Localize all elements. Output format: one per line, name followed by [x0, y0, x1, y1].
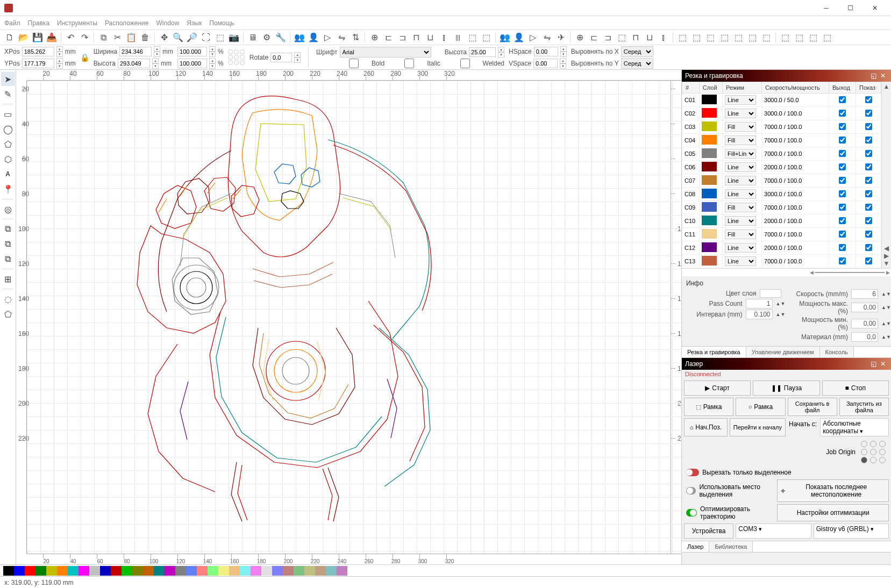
palette-swatch[interactable]	[315, 566, 326, 576]
dist4-icon[interactable]: ⬚	[718, 31, 731, 44]
import-icon[interactable]: 📥	[45, 31, 58, 44]
frame2-button[interactable]: ○ Рамка	[736, 398, 785, 416]
dist3-icon[interactable]: ⬚	[704, 31, 717, 44]
font-select[interactable]: Arial	[340, 47, 431, 58]
paste-icon[interactable]: 📋	[125, 31, 138, 44]
undo-icon[interactable]: ↶	[64, 31, 77, 44]
xpos-input[interactable]	[22, 47, 54, 56]
palette-swatch[interactable]	[57, 566, 68, 576]
menu-язык[interactable]: Язык	[187, 19, 202, 27]
palette-swatch[interactable]	[14, 566, 25, 576]
tools-icon[interactable]: 🔧	[274, 31, 287, 44]
show-checkbox[interactable]	[865, 217, 872, 224]
dist5-icon[interactable]: ⬚	[732, 31, 745, 44]
flip2-icon[interactable]: ▷	[526, 31, 539, 44]
home-button[interactable]: ⌂ Нач.Поз.	[684, 418, 728, 436]
dist2-icon[interactable]: ⬚	[690, 31, 703, 44]
output-checkbox[interactable]	[839, 244, 846, 251]
layer-scrollbar[interactable]: ▲◀▶▼	[881, 82, 891, 268]
laser-undock-icon[interactable]: ◱	[868, 360, 878, 368]
pin-tool-icon[interactable]: 📍	[1, 182, 15, 196]
open-icon[interactable]: 📂	[17, 31, 30, 44]
layer-row[interactable]: C10Line2000.0 / 100.0	[682, 214, 881, 228]
zoom-out-icon[interactable]: 🔎	[186, 31, 198, 44]
palette-swatch[interactable]	[197, 566, 208, 576]
panel-close-icon[interactable]: ✕	[878, 72, 888, 80]
layer-row[interactable]: C03Fill7000.0 / 100.0	[682, 120, 881, 134]
save-icon[interactable]: 💾	[31, 31, 44, 44]
pause-button[interactable]: ❚❚ Пауза	[753, 381, 819, 396]
settings-icon[interactable]: ⚙	[260, 31, 273, 44]
mode-select[interactable]: Fill	[725, 135, 756, 145]
canvas[interactable]	[27, 81, 681, 554]
show-last-button[interactable]: ✛ Показать последнее местоположение	[777, 479, 889, 502]
pct1-input[interactable]	[177, 47, 207, 56]
anchor-grid[interactable]	[228, 49, 245, 65]
show-checkbox[interactable]	[865, 96, 872, 103]
port-select[interactable]: COM3 ▾	[736, 524, 811, 539]
menu-window[interactable]: Window	[156, 19, 179, 27]
hspace-input[interactable]	[534, 47, 558, 56]
output-checkbox[interactable]	[839, 204, 846, 211]
palette-swatch[interactable]	[304, 566, 315, 576]
welded-checkbox[interactable]	[449, 59, 481, 68]
bold-checkbox[interactable]	[338, 59, 370, 68]
output-checkbox[interactable]	[839, 177, 846, 184]
align5-icon[interactable]: ⬚	[615, 31, 628, 44]
height-input[interactable]	[118, 59, 150, 68]
design-artwork[interactable]	[70, 86, 479, 527]
ungroup2-icon[interactable]: 👤	[512, 31, 525, 44]
mode-select[interactable]: Line	[725, 162, 756, 172]
material-input[interactable]: 0,0	[851, 332, 878, 342]
palette-swatch[interactable]	[229, 566, 240, 576]
mode-select[interactable]: Fill	[725, 230, 756, 239]
redo-icon[interactable]: ↷	[78, 31, 91, 44]
align8-icon[interactable]: ⫿	[657, 31, 670, 44]
show-checkbox[interactable]	[865, 231, 872, 238]
edit-nodes-icon[interactable]: ⬡	[1, 152, 15, 166]
align-center-icon[interactable]: ⊕	[368, 31, 381, 44]
palette-swatch[interactable]	[251, 566, 261, 576]
dock3-icon[interactable]: ⬚	[807, 31, 819, 44]
panel-undock-icon[interactable]: ◱	[868, 72, 878, 80]
start-from-select[interactable]: Абсолютные координаты ▾	[820, 418, 889, 436]
palette-swatch[interactable]	[122, 566, 132, 576]
lock-icon[interactable]: 🔒	[80, 53, 89, 62]
align-right-icon[interactable]: ⊐	[396, 31, 409, 44]
offset-tool-icon[interactable]: ◎	[1, 202, 15, 216]
dist1-icon[interactable]: ⬚	[676, 31, 689, 44]
show-checkbox[interactable]	[865, 244, 872, 251]
pen-tool-icon[interactable]: ✎	[1, 87, 15, 101]
palette-swatch[interactable]	[218, 566, 229, 576]
layer-color-swatch[interactable]	[760, 289, 781, 298]
palette-swatch[interactable]	[326, 566, 337, 576]
palette-swatch[interactable]	[186, 566, 197, 576]
mode-select[interactable]: Fill	[725, 203, 756, 212]
layer-row[interactable]: C01Line3000.0 / 50.0	[682, 94, 881, 107]
ypos-input[interactable]	[22, 59, 54, 68]
menu-помощь[interactable]: Помощь	[209, 19, 234, 27]
zoom-fit-icon[interactable]: ⛶	[199, 31, 212, 44]
mode-select[interactable]: Line	[725, 243, 756, 253]
show-checkbox[interactable]	[865, 204, 872, 211]
output-checkbox[interactable]	[839, 110, 846, 117]
palette-swatch[interactable]	[79, 566, 89, 576]
pan-icon[interactable]: ✥	[158, 31, 170, 44]
dock1-icon[interactable]: ⬚	[779, 31, 792, 44]
menu-правка[interactable]: Правка	[28, 19, 50, 27]
opt-settings-button[interactable]: Настройки оптимизации	[777, 504, 889, 521]
palette-swatch[interactable]	[3, 566, 14, 576]
mode-select[interactable]: Line	[725, 109, 756, 118]
layer-row[interactable]: C11Fill7000.0 / 100.0	[682, 228, 881, 241]
power-min-input[interactable]: 0,00	[851, 319, 878, 328]
align2-icon[interactable]: ⊕	[573, 31, 586, 44]
align3-icon[interactable]: ⊏	[587, 31, 600, 44]
text-tool-icon[interactable]: A	[1, 167, 15, 181]
stop-button[interactable]: ■ Стоп	[822, 381, 889, 396]
use-selection-toggle[interactable]	[686, 487, 696, 494]
align-left-icon[interactable]: ⊏	[382, 31, 395, 44]
layer-row[interactable]: C13Line7000.0 / 100.0	[682, 255, 881, 268]
menu-расположение[interactable]: Расположение	[105, 19, 149, 27]
palette-swatch[interactable]	[68, 566, 79, 576]
menu-файл[interactable]: Файл	[4, 19, 20, 27]
